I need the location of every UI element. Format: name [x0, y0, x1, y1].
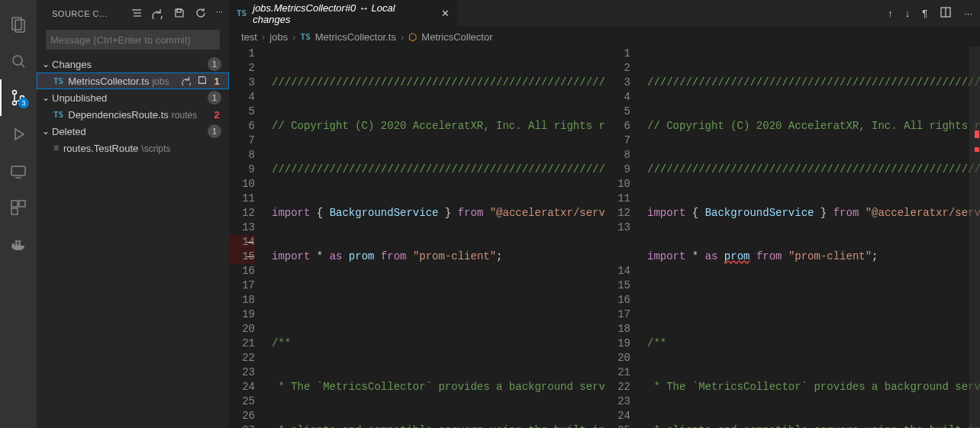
- svg-rect-21: [177, 9, 181, 12]
- ts-file-icon: TS: [53, 76, 63, 86]
- unpublished-count: 1: [208, 91, 221, 105]
- crumb-file[interactable]: MetricsCollector.ts: [315, 31, 396, 43]
- class-icon: ⬡: [408, 31, 417, 43]
- deleted-count: 1: [208, 124, 221, 138]
- svg-marker-7: [15, 129, 24, 140]
- code-original[interactable]: ////////////////////////////////////////…: [266, 47, 604, 428]
- gutter-modified: 1234567891011121314151617181920212223242…: [604, 47, 641, 428]
- editor-area: TS jobs.MetricsCollector#0 ↔ Local chang…: [229, 0, 980, 428]
- file-dependenciesroute[interactable]: TS DependenciesRoute.tsroutes 2: [37, 106, 229, 123]
- svg-rect-11: [19, 201, 25, 207]
- overview-ruler[interactable]: [969, 47, 980, 428]
- extensions-icon[interactable]: [0, 189, 37, 226]
- svg-point-5: [13, 101, 17, 105]
- tab-diff[interactable]: TS jobs.MetricsCollector#0 ↔ Local chang…: [229, 0, 458, 27]
- diff-editor[interactable]: 1234567891011121314151617181920212223242…: [229, 47, 980, 428]
- overview-error: [975, 147, 979, 152]
- debug-icon[interactable]: [0, 116, 37, 153]
- svg-line-3: [21, 64, 25, 68]
- svg-rect-15: [18, 243, 21, 246]
- close-icon[interactable]: ✕: [441, 8, 450, 19]
- commit-icon[interactable]: [152, 7, 164, 21]
- svg-rect-13: [12, 243, 15, 246]
- svg-rect-12: [11, 208, 18, 214]
- view-as-tree-icon[interactable]: [131, 7, 143, 21]
- file-icon: ≡: [53, 143, 59, 153]
- source-control-icon[interactable]: 3: [0, 79, 37, 116]
- ts-file-icon: TS: [237, 8, 247, 18]
- stage-icon[interactable]: [197, 75, 208, 88]
- diff-original[interactable]: 1234567891011121314151617181920212223242…: [229, 47, 604, 428]
- commit-message-input[interactable]: [46, 30, 220, 50]
- whitespace-icon[interactable]: ¶: [922, 8, 927, 19]
- code-modified[interactable]: ////////////////////////////////////////…: [641, 47, 980, 428]
- editor-actions: ↑ ↓ ¶ ···: [880, 0, 980, 27]
- file-routestestroute[interactable]: ≡ routes.TestRoute\scripts: [37, 140, 229, 156]
- sidebar-header: SOURCE C... ···: [37, 0, 229, 27]
- more-icon[interactable]: ···: [964, 8, 972, 19]
- remote-icon[interactable]: [0, 153, 37, 189]
- svg-rect-14: [15, 243, 18, 246]
- split-icon[interactable]: [940, 6, 952, 21]
- prev-change-icon[interactable]: ↑: [888, 8, 893, 19]
- next-change-icon[interactable]: ↓: [905, 8, 911, 19]
- diff-modified[interactable]: 1234567891011121314151617181920212223242…: [604, 47, 980, 428]
- scm-badge: 3: [18, 98, 29, 108]
- chevron-down-icon: ⌄: [40, 126, 52, 137]
- crumb-test[interactable]: test: [241, 31, 257, 43]
- refresh-icon[interactable]: [195, 7, 207, 21]
- svg-rect-8: [11, 166, 25, 175]
- save-all-icon[interactable]: [173, 7, 185, 21]
- activity-bar: 3: [0, 0, 37, 428]
- search-icon[interactable]: [0, 43, 37, 79]
- overview-deleted: [975, 130, 979, 138]
- gutter-original: 1234567891011121314151617181920212223242…: [229, 47, 266, 428]
- crumb-jobs[interactable]: jobs: [269, 31, 288, 43]
- sidebar-title: SOURCE C...: [52, 9, 131, 18]
- more-icon[interactable]: ···: [216, 7, 223, 21]
- ts-file-icon: TS: [53, 110, 63, 120]
- svg-rect-16: [15, 240, 18, 243]
- scm-sidebar: SOURCE C... ··· ⌄ Changes 1 TS MetricsCo…: [37, 0, 229, 428]
- svg-rect-10: [11, 201, 18, 207]
- changes-count: 1: [208, 57, 221, 71]
- group-unpublished[interactable]: ⌄ Unpublished 1: [37, 89, 229, 106]
- discard-icon[interactable]: [182, 75, 192, 88]
- tab-title: jobs.MetricsCollector#0 ↔ Local changes: [253, 2, 435, 25]
- status-modified: 1: [212, 76, 221, 87]
- file-metricscollector[interactable]: TS MetricsCollector.tsjobs 1: [37, 72, 229, 89]
- ts-file-icon: TS: [301, 32, 311, 42]
- chevron-down-icon: ⌄: [40, 59, 52, 69]
- svg-rect-17: [18, 240, 21, 243]
- group-changes[interactable]: ⌄ Changes 1: [37, 56, 229, 72]
- crumb-class[interactable]: MetricsCollector: [421, 31, 492, 43]
- tab-bar: TS jobs.MetricsCollector#0 ↔ Local chang…: [229, 0, 980, 27]
- docker-icon[interactable]: [0, 226, 37, 262]
- svg-point-4: [13, 91, 17, 95]
- svg-point-2: [13, 56, 22, 65]
- explorer-icon[interactable]: [0, 6, 37, 43]
- chevron-down-icon: ⌄: [40, 92, 52, 103]
- group-deleted[interactable]: ⌄ Deleted 1: [37, 123, 229, 140]
- status-count: 2: [212, 109, 221, 121]
- breadcrumbs[interactable]: test › jobs › TS MetricsCollector.ts › ⬡…: [229, 27, 980, 47]
